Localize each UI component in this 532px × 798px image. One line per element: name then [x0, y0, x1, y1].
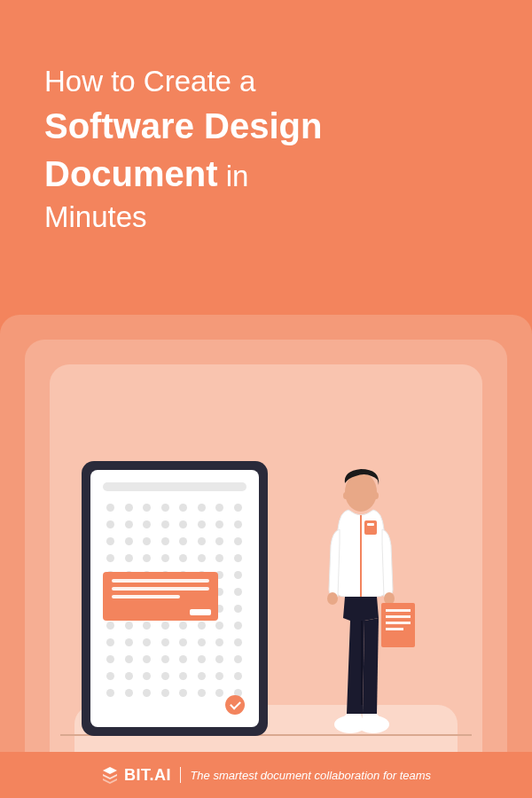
grid-dot [125, 672, 133, 680]
grid-dot [234, 672, 242, 680]
grid-dot [179, 689, 187, 697]
svg-rect-15 [386, 628, 403, 630]
svg-rect-14 [386, 622, 411, 624]
grid-dot [234, 588, 242, 596]
grid-dot [215, 554, 223, 562]
headline-line-4: Minutes [44, 200, 147, 233]
grid-dot [198, 672, 206, 680]
grid-dot [215, 622, 223, 630]
bubble-line [112, 587, 209, 591]
grid-dot [161, 672, 169, 680]
url-bar [103, 482, 246, 491]
svg-rect-5 [367, 523, 374, 526]
brand-logo: BIT.AI [101, 766, 171, 785]
grid-dot [198, 520, 206, 528]
grid-dot [143, 537, 151, 545]
grid-dot [143, 672, 151, 680]
grid-dot [143, 689, 151, 697]
grid-dot [179, 504, 187, 512]
grid-dot [106, 504, 114, 512]
grid-dot [234, 537, 242, 545]
grid-dot [143, 554, 151, 562]
grid-dot [198, 638, 206, 646]
grid-dot [215, 672, 223, 680]
headline: How to Create a Software Design Document… [0, 0, 532, 272]
grid-dot [234, 638, 242, 646]
bubble-button [190, 609, 211, 615]
grid-dot [161, 537, 169, 545]
svg-rect-12 [386, 609, 411, 612]
headline-line-3-bold: Document [44, 154, 218, 193]
grid-dot [179, 638, 187, 646]
grid-dot [125, 638, 133, 646]
svg-rect-4 [364, 520, 377, 535]
grid-dot [161, 520, 169, 528]
person-illustration [306, 466, 417, 736]
grid-dot [215, 638, 223, 646]
grid-dot [125, 655, 133, 663]
grid-dot [234, 520, 242, 528]
grid-dot [198, 554, 206, 562]
grid-dot [234, 504, 242, 512]
grid-dot [179, 622, 187, 630]
grid-dot [143, 622, 151, 630]
grid-dot [143, 655, 151, 663]
svg-point-2 [373, 492, 379, 499]
grid-dot [106, 520, 114, 528]
grid-dot [198, 537, 206, 545]
grid-dot [125, 554, 133, 562]
grid-dot [143, 504, 151, 512]
background-layers [0, 315, 532, 798]
grid-dot [234, 605, 242, 613]
headline-line-2: Software Design [44, 106, 322, 145]
tablet-screen [90, 470, 259, 727]
checkmark-icon [225, 695, 245, 715]
footer: BIT.AI The smartest document collaborati… [0, 752, 532, 798]
grid-dot [198, 504, 206, 512]
grid-dot [215, 520, 223, 528]
grid-dot [234, 655, 242, 663]
grid-dot [125, 537, 133, 545]
grid-dot [179, 655, 187, 663]
grid-dot [161, 622, 169, 630]
grid-dot [143, 520, 151, 528]
brand-name: BIT.AI [124, 766, 171, 785]
grid-dot [106, 655, 114, 663]
headline-text: How to Create a Software Design Document… [44, 62, 488, 237]
grid-dot [215, 689, 223, 697]
headline-line-1: How to Create a [44, 65, 255, 98]
svg-rect-13 [386, 615, 411, 618]
grid-dot [125, 689, 133, 697]
grid-dot [143, 638, 151, 646]
grid-dot [179, 672, 187, 680]
bubble-line [112, 579, 209, 583]
grid-dot [161, 655, 169, 663]
svg-point-6 [327, 592, 338, 605]
grid-dot [198, 655, 206, 663]
grid-dot [125, 520, 133, 528]
grid-dot [106, 689, 114, 697]
grid-dot [106, 622, 114, 630]
svg-point-7 [384, 592, 395, 605]
grid-dot [106, 537, 114, 545]
grid-dot [234, 622, 242, 630]
grid-dot [106, 554, 114, 562]
footer-tagline: The smartest document collaboration for … [190, 769, 431, 782]
grid-dot [161, 504, 169, 512]
logo-icon [101, 766, 119, 784]
grid-dot [215, 504, 223, 512]
grid-dot [198, 622, 206, 630]
grid-dot [106, 638, 114, 646]
grid-dot [215, 655, 223, 663]
grid-dot [161, 554, 169, 562]
svg-point-1 [343, 492, 348, 499]
grid-dot [179, 537, 187, 545]
grid-dot [179, 554, 187, 562]
text-bubble [103, 572, 218, 621]
grid-dot [215, 537, 223, 545]
grid-dot [179, 520, 187, 528]
grid-dot [161, 638, 169, 646]
footer-divider [180, 767, 182, 783]
headline-line-3-rest: in [218, 160, 249, 192]
grid-dot [125, 504, 133, 512]
